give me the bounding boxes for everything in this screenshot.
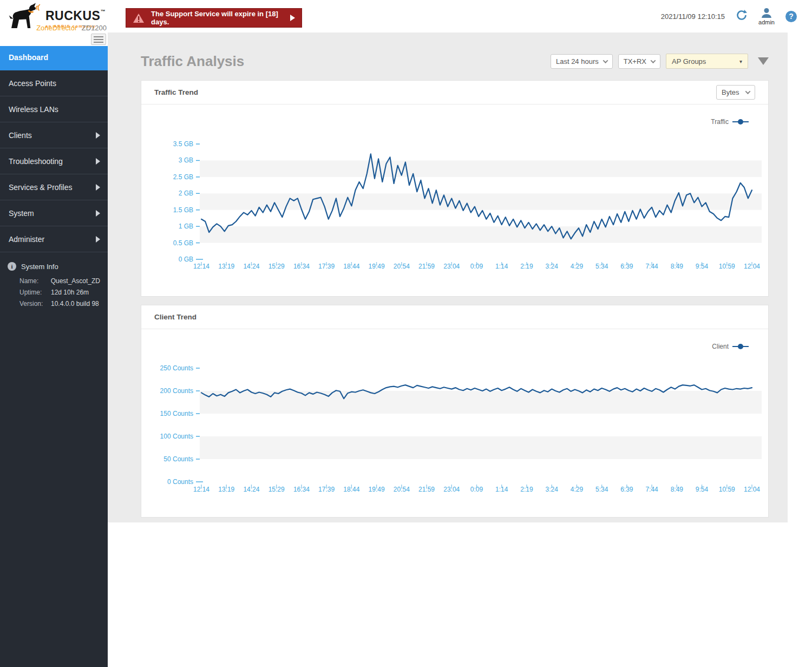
legend-label: Traffic [711, 118, 729, 126]
client-trend-card: Client Trend 0 Counts50 Counts100 Counts… [141, 305, 769, 518]
x-tick-label: 15:29 [269, 486, 285, 493]
banner-text: The Support Service will expire in [18] … [151, 10, 286, 26]
x-tick-label: 7:44 [645, 263, 658, 270]
x-tick-label: 9:54 [696, 486, 709, 493]
x-tick-label: 17:39 [318, 486, 335, 493]
chevron-right-icon [96, 132, 100, 139]
info-value: Quest_Ascot_ZD [51, 277, 100, 285]
client-trend-svg: 0 Counts50 Counts100 Counts150 Counts200… [141, 329, 768, 515]
traffic-trend-svg: 0 GB0.5 GB1 GB1.5 GB2 GB2.5 GB3 GB3.5 GB… [141, 104, 768, 294]
ap-groups-value: AP Groups [672, 57, 739, 66]
filter-collapse-toggle[interactable] [758, 57, 769, 65]
client-trend-title: Client Trend [154, 313, 755, 321]
product-row: ZoneDirector ZD1200 [0, 23, 108, 32]
nav-label: Administer [9, 235, 44, 244]
refresh-button[interactable] [736, 9, 748, 23]
x-tick-label: 21:59 [418, 263, 435, 270]
x-tick-label: 0:09 [470, 486, 483, 493]
time-range-select[interactable]: Last 24 hours [551, 54, 613, 69]
grid-stripe [200, 436, 762, 459]
nav-label: Dashboard [9, 53, 48, 62]
y-tick-label: 150 Counts [160, 410, 193, 417]
trademark: ™ [100, 9, 106, 14]
nav-label: Clients [9, 131, 32, 140]
time-range-value: Last 24 hours [556, 57, 599, 66]
x-tick-label: 13:19 [218, 263, 234, 270]
x-tick-label: 19:49 [369, 263, 385, 270]
system-info-row-name: Name: Quest_Ascot_ZD [19, 277, 100, 285]
client-trend-chart: 0 Counts50 Counts100 Counts150 Counts200… [141, 329, 768, 517]
traffic-trend-legend[interactable]: Traffic [711, 118, 749, 126]
x-tick-label: 21:59 [418, 486, 435, 493]
x-tick-label: 18:44 [343, 486, 359, 493]
info-label: Name: [19, 277, 51, 285]
sidebar-item-services-profiles[interactable]: Services & Profiles [0, 174, 108, 200]
x-tick-label: 13:19 [218, 486, 234, 493]
help-button[interactable]: ? [785, 11, 797, 22]
legend-marker-dot [738, 119, 743, 125]
y-tick-label: 0.5 GB [173, 239, 193, 247]
direction-select[interactable]: TX+RX [618, 54, 660, 69]
page-title: Traffic Analysis [141, 53, 551, 70]
y-tick-label: 2 GB [179, 189, 193, 197]
system-info-row-version: Version: 10.4.0.0 build 98 [19, 300, 100, 308]
product-model: ZD1200 [82, 24, 107, 32]
x-tick-label: 18:44 [343, 263, 359, 270]
info-label: Version: [19, 300, 51, 308]
current-datetime: 2021/11/09 12:10:15 [661, 12, 725, 21]
bytes-unit-select[interactable]: Bytes [716, 85, 755, 100]
sidebar-item-clients[interactable]: Clients [0, 122, 108, 148]
user-icon [761, 8, 772, 18]
x-tick-label: 10:59 [719, 263, 735, 270]
sidebar-item-dashboard[interactable]: Dashboard [0, 44, 108, 70]
y-tick-label: 3.5 GB [173, 140, 193, 148]
grid-stripe [200, 226, 762, 243]
info-icon: i [8, 262, 16, 271]
y-tick-label: 1 GB [179, 223, 193, 230]
sidebar-item-administer[interactable]: Administer [0, 226, 108, 252]
sidebar-item-troubleshooting[interactable]: Troubleshooting [0, 148, 108, 174]
sidebar-item-wireless-lans[interactable]: Wireless LANs [0, 96, 108, 122]
admin-user-button[interactable]: admin [758, 8, 775, 25]
grid-stripe [200, 391, 762, 414]
x-tick-label: 2:19 [520, 263, 533, 270]
info-value: 12d 10h 26m [51, 289, 89, 296]
x-tick-label: 4:29 [571, 486, 584, 493]
sidebar-item-access-points[interactable]: Access Points [0, 70, 108, 96]
chevron-down-icon [745, 89, 751, 94]
chevron-right-icon [96, 158, 100, 165]
x-tick-label: 8:49 [671, 486, 684, 493]
admin-username: admin [758, 19, 775, 25]
sidebar-nav: Dashboard Access Points Wireless LANs Cl… [0, 44, 108, 667]
sidebar-item-system[interactable]: System [0, 200, 108, 226]
client-trend-legend[interactable]: Client [712, 343, 749, 350]
x-tick-label: 4:29 [571, 263, 584, 270]
x-tick-label: 23:04 [443, 486, 460, 493]
nav-label: Access Points [9, 79, 56, 88]
support-expiry-banner[interactable]: The Support Service will expire in [18] … [126, 8, 302, 28]
x-tick-label: 20:54 [394, 486, 410, 493]
chevron-right-icon [96, 210, 100, 217]
product-name: ZoneDirector [36, 24, 77, 32]
x-tick-label: 12:14 [193, 486, 209, 493]
y-tick-label: 3 GB [179, 156, 193, 164]
ap-groups-combo[interactable]: AP Groups ▾ [666, 54, 748, 69]
x-tick-label: 6:39 [620, 486, 633, 493]
x-tick-label: 2:19 [520, 486, 533, 493]
refresh-icon [736, 9, 748, 21]
x-tick-label: 1:14 [495, 263, 508, 270]
legend-marker-dot [738, 344, 743, 349]
y-tick-label: 2.5 GB [173, 173, 193, 181]
caret-down-icon: ▾ [739, 58, 742, 64]
y-tick-label: 0 GB [179, 256, 193, 263]
x-tick-label: 1:14 [495, 486, 508, 493]
nav-label: Wireless LANs [9, 105, 58, 114]
x-tick-label: 15:29 [269, 263, 285, 270]
sidebar-collapse-button[interactable] [91, 34, 106, 45]
x-tick-label: 9:54 [696, 263, 709, 270]
x-tick-label: 12:04 [744, 263, 760, 270]
x-tick-label: 5:34 [595, 263, 608, 270]
x-tick-label: 17:39 [318, 263, 335, 270]
info-value: 10.4.0.0 build 98 [51, 300, 99, 308]
x-tick-label: 3:24 [546, 263, 559, 270]
